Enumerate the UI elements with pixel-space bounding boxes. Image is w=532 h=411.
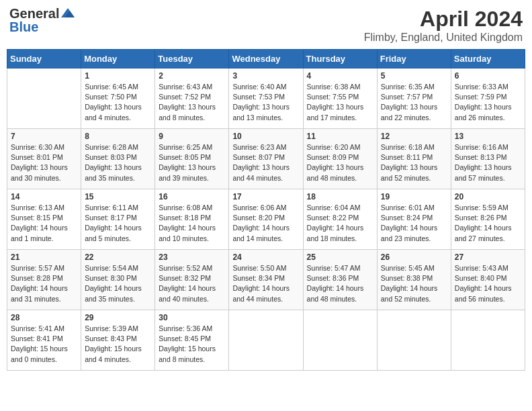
daylight: Daylight: 14 hours and 35 minutes. [85,284,142,302]
day-number: 25 [307,253,373,262]
sunrise: Sunrise: 6:30 AM [11,143,64,151]
day-info: Sunrise: 6:13 AMSunset: 8:15 PMDaylight:… [11,203,77,244]
day-info: Sunrise: 6:45 AMSunset: 7:50 PMDaylight:… [85,82,151,123]
sunrise: Sunrise: 5:41 AM [11,324,64,332]
day-info: Sunrise: 6:25 AMSunset: 8:05 PMDaylight:… [159,142,225,183]
calendar-cell: 6Sunrise: 6:33 AMSunset: 7:59 PMDaylight… [451,68,525,129]
sunrise: Sunrise: 5:50 AM [232,264,286,272]
daylight: Daylight: 14 hours and 27 minutes. [455,224,512,242]
daylight: Daylight: 14 hours and 52 minutes. [381,284,438,302]
calendar-cell: 14Sunrise: 6:13 AMSunset: 8:15 PMDayligh… [7,189,81,250]
day-info: Sunrise: 5:47 AMSunset: 8:36 PMDaylight:… [307,263,373,304]
sunset: Sunset: 8:38 PM [381,274,433,282]
daylight: Daylight: 14 hours and 48 minutes. [307,284,364,302]
day-of-week-header: Friday [377,50,451,68]
sunset: Sunset: 8:30 PM [85,274,137,282]
day-info: Sunrise: 5:45 AMSunset: 8:38 PMDaylight:… [381,263,447,304]
calendar-cell: 8Sunrise: 6:28 AMSunset: 8:03 PMDaylight… [81,129,155,189]
calendar-cell: 11Sunrise: 6:20 AMSunset: 8:09 PMDayligh… [303,129,377,189]
day-info: Sunrise: 6:20 AMSunset: 8:09 PMDaylight:… [307,142,373,183]
day-number: 15 [85,192,151,201]
day-info: Sunrise: 6:16 AMSunset: 8:13 PMDaylight:… [455,142,521,183]
day-number: 8 [85,132,151,141]
sunset: Sunset: 8:43 PM [85,334,137,342]
sunset: Sunset: 8:15 PM [11,214,63,222]
daylight: Daylight: 13 hours and 44 minutes. [232,163,290,181]
sunrise: Sunrise: 6:23 AM [232,143,286,151]
calendar-cell: 12Sunrise: 6:18 AMSunset: 8:11 PMDayligh… [377,129,451,189]
day-info: Sunrise: 6:28 AMSunset: 8:03 PMDaylight:… [85,142,151,183]
day-of-week-header: Saturday [451,50,525,68]
sunrise: Sunrise: 6:16 AM [455,143,508,151]
sunrise: Sunrise: 6:45 AM [85,83,138,91]
sunrise: Sunrise: 6:33 AM [455,83,508,91]
daylight: Daylight: 15 hours and 8 minutes. [159,345,216,363]
calendar-cell [451,310,525,371]
day-number: 9 [159,132,225,141]
daylight: Daylight: 13 hours and 4 minutes. [85,103,142,121]
logo-blue-text: Blue [9,20,75,34]
sunrise: Sunrise: 6:08 AM [159,203,212,212]
calendar-cell: 16Sunrise: 6:08 AMSunset: 8:18 PMDayligh… [155,189,229,250]
calendar-cell: 18Sunrise: 6:04 AMSunset: 8:22 PMDayligh… [303,189,377,250]
sunset: Sunset: 7:59 PM [455,93,507,101]
calendar-cell: 30Sunrise: 5:36 AMSunset: 8:45 PMDayligh… [155,310,229,371]
calendar-cell: 25Sunrise: 5:47 AMSunset: 8:36 PMDayligh… [303,250,377,310]
calendar-cell [377,310,451,371]
daylight: Daylight: 14 hours and 10 minutes. [159,224,216,242]
day-info: Sunrise: 6:18 AMSunset: 8:11 PMDaylight:… [381,142,447,183]
sunset: Sunset: 8:36 PM [307,274,359,282]
sunrise: Sunrise: 6:13 AM [11,203,64,212]
daylight: Daylight: 14 hours and 14 minutes. [232,224,290,242]
calendar-cell: 17Sunrise: 6:06 AMSunset: 8:20 PMDayligh… [229,189,303,250]
calendar-cell: 10Sunrise: 6:23 AMSunset: 8:07 PMDayligh… [229,129,303,189]
sunset: Sunset: 8:28 PM [11,274,63,282]
day-number: 11 [307,132,373,141]
sunset: Sunset: 8:11 PM [381,153,433,161]
daylight: Daylight: 13 hours and 8 minutes. [159,103,216,121]
calendar-week-row: 1Sunrise: 6:45 AMSunset: 7:50 PMDaylight… [7,68,525,129]
sunset: Sunset: 8:41 PM [11,334,63,342]
sunrise: Sunrise: 5:54 AM [85,264,138,272]
sunset: Sunset: 8:24 PM [381,214,433,222]
daylight: Daylight: 13 hours and 48 minutes. [307,163,364,181]
sunrise: Sunrise: 6:25 AM [159,143,212,151]
day-number: 28 [11,313,77,322]
sunset: Sunset: 8:34 PM [232,274,285,282]
page-header: General Blue April 2024 Flimby, England,… [7,7,525,44]
sunrise: Sunrise: 6:01 AM [381,203,435,212]
day-info: Sunrise: 5:36 AMSunset: 8:45 PMDaylight:… [159,324,225,365]
sunrise: Sunrise: 5:52 AM [159,264,212,272]
sunrise: Sunrise: 6:43 AM [159,83,212,91]
sunset: Sunset: 7:57 PM [381,93,433,101]
day-number: 12 [381,132,447,141]
calendar-cell: 7Sunrise: 6:30 AMSunset: 8:01 PMDaylight… [7,129,81,189]
calendar-week-row: 14Sunrise: 6:13 AMSunset: 8:15 PMDayligh… [7,189,525,250]
day-number: 23 [159,253,225,262]
day-info: Sunrise: 6:35 AMSunset: 7:57 PMDaylight:… [381,82,447,123]
day-number: 4 [307,71,373,81]
day-info: Sunrise: 6:38 AMSunset: 7:55 PMDaylight:… [307,82,373,123]
calendar-cell: 1Sunrise: 6:45 AMSunset: 7:50 PMDaylight… [81,68,155,129]
day-number: 22 [85,253,151,262]
day-number: 7 [11,132,77,141]
day-info: Sunrise: 5:39 AMSunset: 8:43 PMDaylight:… [85,324,151,365]
sunrise: Sunrise: 6:04 AM [307,203,361,212]
calendar-cell [229,310,303,371]
sunrise: Sunrise: 5:57 AM [11,264,64,272]
daylight: Daylight: 13 hours and 39 minutes. [159,163,216,181]
daylight: Daylight: 14 hours and 5 minutes. [85,224,142,242]
calendar-cell: 21Sunrise: 5:57 AMSunset: 8:28 PMDayligh… [7,250,81,310]
sunset: Sunset: 8:20 PM [232,214,285,222]
logo-icon [61,8,75,19]
daylight: Daylight: 14 hours and 1 minute. [11,224,68,242]
calendar-cell: 22Sunrise: 5:54 AMSunset: 8:30 PMDayligh… [81,250,155,310]
calendar-cell: 29Sunrise: 5:39 AMSunset: 8:43 PMDayligh… [81,310,155,371]
sunrise: Sunrise: 5:39 AM [85,324,138,332]
calendar-week-row: 28Sunrise: 5:41 AMSunset: 8:41 PMDayligh… [7,310,525,371]
calendar-cell: 24Sunrise: 5:50 AMSunset: 8:34 PMDayligh… [229,250,303,310]
day-info: Sunrise: 6:04 AMSunset: 8:22 PMDaylight:… [307,203,373,244]
calendar-week-row: 7Sunrise: 6:30 AMSunset: 8:01 PMDaylight… [7,129,525,189]
day-number: 1 [85,71,151,81]
day-info: Sunrise: 5:59 AMSunset: 8:26 PMDaylight:… [455,203,521,244]
